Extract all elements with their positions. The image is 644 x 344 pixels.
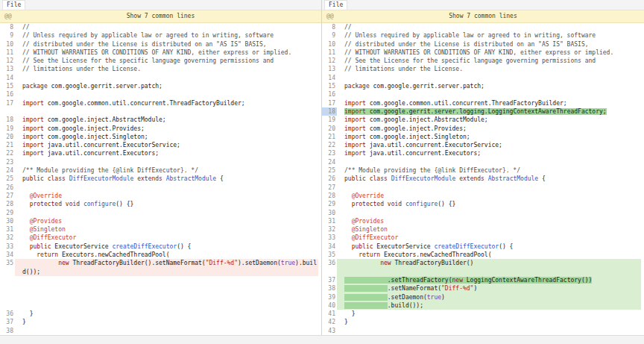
code-line: 28 protected void configure() {}: [0, 200, 321, 208]
line-number[interactable]: 39: [322, 293, 337, 301]
code-line: 30 @Provides: [0, 217, 321, 225]
show-common-lines-button[interactable]: Show 7 common lines: [0, 10, 321, 22]
line-number[interactable]: 31: [0, 225, 15, 234]
expand-context-control[interactable]: @@ Show 7 common lines: [322, 10, 644, 23]
line-number[interactable]: 24: [322, 158, 337, 166]
line-number[interactable]: 28: [0, 200, 15, 208]
line-number[interactable]: 27: [0, 192, 15, 200]
code-text: @Provides: [15, 217, 318, 225]
line-number[interactable]: 14: [0, 74, 15, 82]
line-number[interactable]: 20: [0, 133, 15, 141]
file-header-label[interactable]: File: [324, 0, 347, 10]
line-number[interactable]: 15: [0, 82, 15, 90]
code-line: 9// Unless required by applicable law or…: [0, 31, 321, 40]
line-number: [0, 301, 15, 310]
line-number[interactable]: 33: [322, 234, 337, 242]
line-number[interactable]: 40: [322, 301, 337, 310]
line-number[interactable]: 34: [0, 251, 15, 259]
line-number[interactable]: 17: [0, 99, 15, 107]
line-number[interactable]: 32: [322, 225, 337, 234]
gutter-spacer: [641, 301, 644, 310]
line-number[interactable]: 27: [322, 184, 337, 192]
show-common-lines-button[interactable]: Show 7 common lines: [322, 10, 644, 22]
code-line: 32 @Singleton: [322, 225, 644, 234]
line-number[interactable]: 12: [322, 57, 337, 65]
line-number[interactable]: 22: [0, 149, 15, 157]
code-text: [337, 74, 641, 82]
line-number[interactable]: 32: [0, 234, 15, 242]
line-number[interactable]: 16: [322, 90, 337, 98]
line-number[interactable]: 34: [322, 243, 337, 251]
code-text: @Singleton: [15, 225, 318, 234]
line-number[interactable]: 16: [0, 90, 15, 98]
code-text: @DiffExecutor: [337, 234, 641, 242]
gutter-spacer: [641, 74, 644, 82]
line-number[interactable]: 35: [322, 251, 337, 259]
line-number[interactable]: 25: [0, 175, 15, 183]
line-number[interactable]: 37: [0, 318, 15, 326]
line-number[interactable]: 10: [0, 40, 15, 49]
line-number[interactable]: 10: [322, 40, 337, 49]
code-line: 16: [0, 90, 321, 98]
code-line: 20import com.google.inject.Singleton;: [0, 133, 321, 141]
expand-context-control[interactable]: @@ Show 7 common lines: [0, 10, 321, 23]
line-number[interactable]: 19: [0, 125, 15, 133]
gutter-spacer: [641, 293, 644, 301]
line-number[interactable]: 8: [322, 23, 337, 31]
line-number[interactable]: 37: [322, 276, 337, 284]
line-number[interactable]: 38: [322, 284, 337, 293]
gutter-spacer: [641, 276, 644, 284]
code-text: protected void configure() {}: [15, 200, 318, 208]
line-number[interactable]: 35: [0, 259, 15, 267]
line-number[interactable]: 41: [322, 310, 337, 318]
line-number[interactable]: 33: [0, 243, 15, 251]
intraline-added-span: import com.google.gerrit.server.logging.…: [344, 108, 607, 115]
line-number[interactable]: 19: [322, 116, 337, 124]
line-number[interactable]: 21: [0, 141, 15, 149]
line-number[interactable]: 18: [0, 116, 15, 124]
gutter-spacer: [318, 31, 321, 40]
line-number[interactable]: 8: [0, 23, 15, 31]
line-number[interactable]: 26: [0, 184, 15, 192]
line-number[interactable]: 36: [322, 259, 337, 267]
line-number[interactable]: 25: [322, 166, 337, 175]
line-number[interactable]: 9: [322, 31, 337, 40]
line-number[interactable]: 30: [0, 217, 15, 225]
line-number[interactable]: 11: [322, 49, 337, 57]
line-number[interactable]: 30: [322, 209, 337, 217]
code-text: [15, 158, 318, 166]
gutter-spacer: [641, 192, 644, 200]
line-number[interactable]: 14: [322, 74, 337, 82]
line-number[interactable]: 12: [0, 57, 15, 65]
line-number[interactable]: 21: [322, 133, 337, 141]
code-text: import com.google.inject.Singleton;: [15, 133, 318, 141]
line-number[interactable]: 28: [322, 192, 337, 200]
line-number[interactable]: 13: [0, 65, 15, 73]
line-number[interactable]: 15: [322, 82, 337, 90]
line-number[interactable]: 23: [322, 149, 337, 157]
code-text: [15, 90, 318, 98]
line-number[interactable]: 20: [322, 125, 337, 133]
code-text: // Unless required by applicable law or …: [15, 31, 318, 40]
code-text: new ThreadFactoryBuilder(): [337, 259, 641, 267]
code-line: 12// See the License for the specific la…: [322, 57, 644, 65]
line-number[interactable]: 23: [0, 158, 15, 166]
line-number[interactable]: 11: [0, 49, 15, 57]
file-header-label[interactable]: File: [2, 0, 25, 10]
line-number[interactable]: 29: [322, 200, 337, 208]
line-number[interactable]: 29: [0, 209, 15, 217]
diff-view: File @@ Show 7 common lines 8//9// Unles…: [0, 0, 644, 344]
line-number[interactable]: 43: [322, 327, 337, 335]
line-number[interactable]: 26: [322, 175, 337, 183]
line-number[interactable]: 31: [322, 217, 337, 225]
line-number[interactable]: 36: [0, 310, 15, 318]
line-number[interactable]: 24: [0, 166, 15, 175]
line-number[interactable]: 38: [0, 327, 15, 335]
line-number[interactable]: 17: [322, 99, 337, 107]
line-number[interactable]: 18: [322, 107, 337, 116]
line-number[interactable]: 9: [0, 31, 15, 40]
line-number[interactable]: 22: [322, 141, 337, 149]
line-number[interactable]: 42: [322, 318, 337, 326]
gutter-spacer: [318, 23, 321, 31]
line-number[interactable]: 13: [322, 65, 337, 73]
